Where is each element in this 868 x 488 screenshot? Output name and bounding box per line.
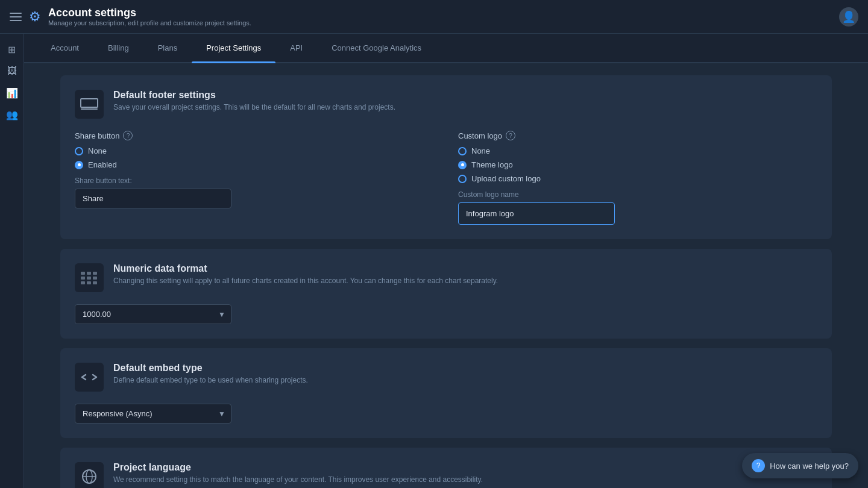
numeric-format-select-wrapper: 1000.00 1,000.00 1.000,00 1 000,00 ▼ (75, 304, 231, 324)
svg-rect-9 (87, 281, 91, 284)
footer-icon (75, 90, 104, 119)
section-footer: Default footer settings Save your overal… (60, 75, 832, 239)
svg-rect-5 (81, 277, 85, 280)
svg-rect-6 (87, 277, 91, 280)
logo-name-input[interactable] (458, 202, 615, 225)
logo-upload-radio[interactable]: Upload custom logo (458, 174, 817, 183)
tab-bar: Account Billing Plans Project Settings A… (24, 34, 868, 63)
logo-none-radio-input (458, 147, 467, 155)
share-none-radio-input (75, 147, 83, 155)
share-enabled-radio[interactable]: Enabled (75, 160, 434, 169)
svg-rect-1 (81, 108, 98, 110)
share-enabled-radio-input (75, 161, 83, 169)
user-icon: 👤 (842, 10, 855, 23)
share-text-sublabel: Share button text: (75, 177, 434, 185)
menu-icon[interactable] (10, 11, 22, 23)
svg-rect-0 (81, 99, 98, 107)
sidebar-icon-users[interactable]: 👥 (4, 106, 20, 123)
logo-theme-radio-input (458, 161, 467, 169)
logo-upload-label: Upload custom logo (471, 174, 541, 183)
tab-billing[interactable]: Billing (93, 34, 143, 62)
numeric-format-select[interactable]: 1000.00 1,000.00 1.000,00 1 000,00 (75, 304, 231, 324)
custom-logo-label: Custom logo ? (458, 131, 817, 140)
logo-none-label: None (471, 146, 490, 155)
page-title: Account settings (48, 7, 251, 19)
embed-section-desc: Define default embed type to be used whe… (113, 376, 308, 384)
sidebar-icon-image[interactable]: 🖼 (4, 63, 20, 80)
svg-rect-8 (81, 281, 85, 284)
tab-plans[interactable]: Plans (143, 34, 192, 62)
share-button-radio-group: None Enabled (75, 146, 434, 169)
embed-icon (75, 363, 104, 392)
section-numeric: Numeric data format Changing this settin… (60, 249, 832, 339)
custom-logo-radio-group: None Theme logo Upload custom logo (458, 146, 817, 183)
svg-rect-2 (81, 272, 85, 275)
section-embed: Default embed type Define default embed … (60, 348, 832, 438)
share-none-radio[interactable]: None (75, 146, 434, 155)
share-text-input[interactable] (75, 189, 231, 208)
embed-section-title: Default embed type (113, 363, 308, 374)
svg-rect-10 (93, 281, 97, 284)
logo-none-radio[interactable]: None (458, 146, 817, 155)
svg-rect-7 (93, 277, 97, 280)
svg-rect-3 (87, 272, 91, 275)
embed-type-select-wrapper: Responsive (Async) Fixed Width Responsiv… (75, 404, 231, 424)
numeric-section-title: Numeric data format (113, 263, 498, 274)
language-icon (75, 462, 104, 488)
embed-type-select[interactable]: Responsive (Async) Fixed Width Responsiv… (75, 404, 231, 424)
avatar[interactable]: 👤 (839, 7, 858, 27)
main-content: Account Billing Plans Project Settings A… (24, 34, 868, 488)
share-none-label: None (88, 146, 107, 155)
sidebar-icon-grid[interactable]: ⊞ (4, 41, 20, 58)
chat-widget-icon: ? (752, 459, 765, 472)
language-section-desc: We recommend setting this to match the l… (113, 475, 483, 484)
topbar: ⚙ Account settings Manage your subscript… (0, 0, 868, 34)
chat-widget-text: How can we help you? (770, 461, 849, 471)
share-button-label: Share button ? (75, 131, 434, 140)
svg-rect-4 (93, 272, 97, 275)
custom-logo-help-icon[interactable]: ? (506, 131, 515, 140)
language-section-title: Project language (113, 462, 483, 473)
tab-account[interactable]: Account (36, 34, 93, 62)
logo-name-sublabel: Custom logo name (458, 190, 817, 199)
section-language: Project language We recommend setting th… (60, 448, 832, 488)
logo-theme-radio[interactable]: Theme logo (458, 160, 817, 169)
logo-theme-label: Theme logo (471, 160, 513, 169)
numeric-section-desc: Changing this setting will apply to all … (113, 277, 498, 285)
tab-google-analytics[interactable]: Connect Google Analytics (317, 34, 436, 62)
logo-upload-radio-input (458, 175, 467, 183)
footer-section-desc: Save your overall project settings. This… (113, 103, 395, 111)
sidebar-icon-chart[interactable]: 📊 (4, 84, 20, 101)
chat-widget[interactable]: ? How can we help you? (742, 453, 858, 478)
sidebar: ⊞ 🖼 📊 👥 (0, 34, 24, 488)
share-button-help-icon[interactable]: ? (123, 131, 133, 140)
page-subtitle: Manage your subscription, edit profile a… (48, 19, 251, 27)
settings-icon: ⚙ (29, 9, 41, 25)
settings-container: Default footer settings Save your overal… (24, 63, 868, 488)
share-enabled-label: Enabled (88, 160, 117, 169)
tab-api[interactable]: API (275, 34, 317, 62)
tab-project-settings[interactable]: Project Settings (192, 34, 275, 62)
numeric-icon (75, 263, 104, 292)
footer-section-title: Default footer settings (113, 90, 395, 101)
